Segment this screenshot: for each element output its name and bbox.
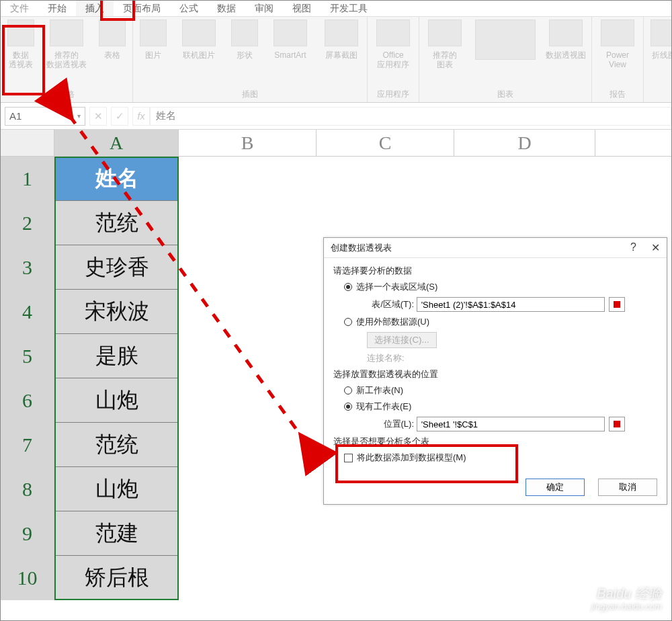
tab-review[interactable]: 审阅 bbox=[245, 1, 283, 16]
radio-new-sheet[interactable] bbox=[344, 386, 352, 395]
radio-select-range[interactable] bbox=[344, 283, 352, 291]
section-label: 选择是否想要分析多个表 bbox=[333, 436, 657, 448]
tab-view[interactable]: 视图 bbox=[283, 1, 321, 16]
checkbox-datamodel[interactable] bbox=[344, 454, 353, 462]
btn-recommended-chart[interactable]: 推荐的 图表 bbox=[421, 19, 469, 89]
btn-powerview[interactable]: Power View bbox=[593, 19, 642, 89]
btn-picture[interactable]: 图片 bbox=[134, 19, 172, 89]
radio-label: 使用外部数据源(U) bbox=[356, 316, 429, 328]
recommended-pivot-icon bbox=[50, 19, 83, 46]
screenshot-icon bbox=[325, 19, 358, 46]
cell-A6[interactable]: 山炮 bbox=[54, 378, 179, 423]
row-header[interactable]: 3 bbox=[1, 245, 54, 290]
col-header-B[interactable]: B bbox=[179, 130, 317, 156]
btn-recommended-pivot[interactable]: 推荐的 数据透视表 bbox=[42, 19, 91, 89]
col-header-C[interactable]: C bbox=[317, 130, 454, 156]
btn-online-pic[interactable]: 联机图片 bbox=[175, 19, 223, 89]
col-header-A[interactable]: A bbox=[54, 130, 179, 156]
row-header[interactable]: 10 bbox=[1, 556, 54, 600]
cell-A9[interactable]: 范建 bbox=[54, 511, 179, 556]
confirm-icon[interactable]: ✓ bbox=[111, 107, 128, 126]
tab-data[interactable]: 数据 bbox=[208, 1, 245, 16]
label: 屏幕截图 bbox=[325, 50, 358, 60]
tab-dev[interactable]: 开发工具 bbox=[321, 1, 377, 16]
cancel-icon[interactable]: ✕ bbox=[89, 107, 107, 126]
tab-formulas[interactable]: 公式 bbox=[170, 1, 208, 16]
label: 数据 透视表 bbox=[9, 50, 33, 69]
cell-A5[interactable]: 是朕 bbox=[54, 334, 179, 378]
label: 形状 bbox=[237, 50, 253, 60]
sparkline-line-icon bbox=[650, 19, 672, 46]
select-all-corner[interactable] bbox=[1, 130, 54, 156]
cell-A8[interactable]: 山炮 bbox=[54, 467, 179, 511]
tab-home[interactable]: 开始 bbox=[38, 1, 76, 16]
powerview-icon bbox=[601, 19, 634, 46]
chevron-down-icon[interactable]: ▾ bbox=[77, 112, 81, 120]
cell-A1[interactable]: 姓名 bbox=[54, 157, 179, 201]
formula-bar: A1 ▾ ✕ ✓ fx 姓名 bbox=[1, 103, 671, 130]
range-input[interactable] bbox=[417, 297, 605, 312]
row-header[interactable]: 9 bbox=[1, 511, 54, 556]
radio-label: 新工作表(N) bbox=[356, 384, 403, 397]
section-label: 选择放置数据透视表的位置 bbox=[333, 368, 657, 380]
label: 推荐的 数据透视表 bbox=[46, 50, 87, 69]
group-name: 插图 bbox=[242, 89, 258, 100]
col-header-D[interactable]: D bbox=[454, 130, 595, 156]
cancel-button[interactable]: 取消 bbox=[598, 479, 657, 496]
pivottable-icon bbox=[7, 19, 34, 46]
radio-existing-sheet[interactable] bbox=[344, 403, 352, 411]
recchart-icon bbox=[428, 19, 462, 46]
radio-label: 现有工作表(E) bbox=[356, 401, 411, 413]
name-box[interactable]: A1 ▾ bbox=[5, 107, 85, 126]
group-name: 应用程序 bbox=[377, 89, 409, 100]
row-header[interactable]: 8 bbox=[1, 467, 54, 511]
cell-A2[interactable]: 范统 bbox=[54, 201, 179, 245]
label: 数据透视图 bbox=[546, 50, 586, 60]
field-label: 表/区域(T): bbox=[367, 298, 414, 310]
fx-icon[interactable]: fx bbox=[132, 107, 150, 126]
tab-layout[interactable]: 页面布局 bbox=[114, 1, 170, 16]
chart-gallery-icon bbox=[475, 19, 536, 60]
btn-screenshot[interactable]: 屏幕截图 bbox=[317, 19, 366, 89]
btn-pivottable[interactable]: 数据 透视表 bbox=[2, 19, 40, 89]
tab-file[interactable]: 文件 bbox=[1, 1, 38, 16]
checkbox-label: 将此数据添加到数据模型(M) bbox=[357, 452, 466, 464]
watermark-url: jingyan.baidu.com bbox=[591, 600, 662, 614]
radio-external[interactable] bbox=[344, 318, 352, 326]
btn-table[interactable]: 表格 bbox=[93, 19, 131, 89]
office-apps-icon bbox=[376, 19, 410, 46]
range-picker-icon[interactable] bbox=[609, 417, 625, 431]
range-picker-icon[interactable] bbox=[609, 297, 625, 312]
cell-A10[interactable]: 矫后根 bbox=[54, 556, 179, 600]
cell-A7[interactable]: 范统 bbox=[54, 423, 179, 467]
online-pic-icon bbox=[182, 19, 216, 46]
cell-A3[interactable]: 史珍香 bbox=[54, 245, 179, 290]
label: 折线图 bbox=[652, 50, 672, 60]
label: 表格 bbox=[104, 50, 120, 60]
close-icon[interactable]: ✕ bbox=[651, 241, 660, 254]
row-header[interactable]: 1 bbox=[1, 157, 54, 201]
label: SmartArt bbox=[274, 50, 306, 60]
row-header[interactable]: 5 bbox=[1, 334, 54, 378]
cell-A4[interactable]: 宋秋波 bbox=[54, 290, 179, 334]
row-header[interactable]: 6 bbox=[1, 378, 54, 423]
row-header[interactable]: 2 bbox=[1, 201, 54, 245]
dialog-title: 创建数据透视表 bbox=[331, 242, 392, 254]
btn-office-apps[interactable]: Office 应用程序 bbox=[369, 19, 417, 89]
label: 联机图片 bbox=[183, 50, 215, 60]
connection-name-label: 连接名称: bbox=[367, 352, 405, 364]
row-header[interactable]: 4 bbox=[1, 290, 54, 334]
ok-button[interactable]: 确定 bbox=[526, 479, 585, 496]
help-icon[interactable]: ? bbox=[630, 241, 636, 254]
formula-input[interactable]: 姓名 bbox=[150, 107, 671, 126]
location-input[interactable] bbox=[417, 417, 605, 431]
btn-shapes[interactable]: 形状 bbox=[226, 19, 263, 89]
group-name: 表格 bbox=[58, 89, 75, 100]
row-header[interactable]: 7 bbox=[1, 423, 54, 467]
btn-smartart[interactable]: SmartArt bbox=[266, 19, 314, 89]
tab-insert[interactable]: 插入 bbox=[76, 1, 114, 16]
btn-sparkline-line[interactable]: 折线图 bbox=[645, 19, 672, 89]
chart-gallery[interactable] bbox=[472, 19, 539, 89]
label: 图片 bbox=[145, 50, 161, 60]
btn-pivotchart[interactable]: 数据透视图 bbox=[542, 19, 590, 89]
